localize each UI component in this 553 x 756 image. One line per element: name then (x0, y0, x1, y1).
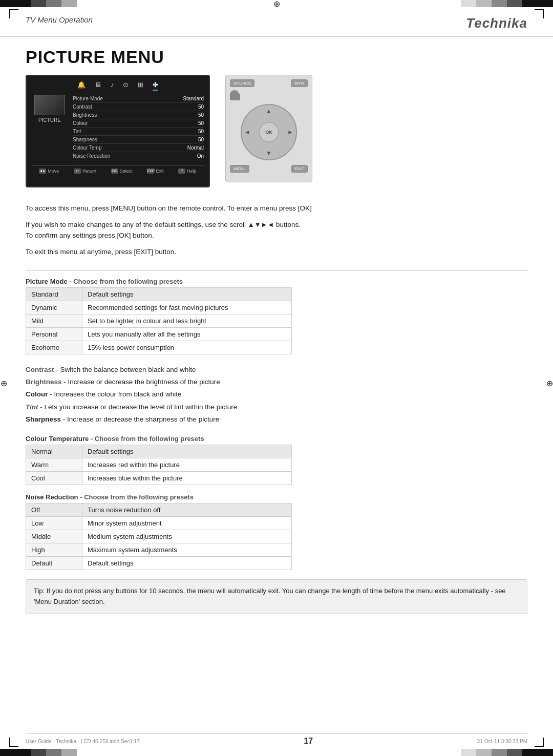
nav-right-arrow: ► (287, 129, 293, 136)
instruction-line4: To exit this menu at anytime, press [EXI… (26, 246, 527, 258)
move-icon: ◄► (39, 169, 46, 174)
nav-down-arrow: ▼ (266, 150, 272, 157)
nav-up-arrow: ▲ (266, 108, 272, 115)
corner-mark-bl (9, 738, 18, 747)
table-row: Off Turns noise reduction off (26, 503, 292, 517)
menu-bottom-bar: ◄► Move ↩ Return OK Select EXIT Exit ? H… (32, 165, 204, 174)
noise-reduction-section: Noise Reduction - Choose from the follow… (0, 489, 553, 574)
menu-icons-row: 🔔 🖥 ♪ ⊙ ⊞ ✤ (32, 81, 204, 91)
tip-box: Tip: If you do not press any buttons for… (26, 579, 527, 614)
desc-brightness: Brightness - Increase or decrease the br… (26, 376, 527, 388)
table-row: Middle Medium system adjustments (26, 530, 292, 543)
colour-temp-header: Colour Temperature - Choose from the fol… (26, 435, 527, 443)
top-registration-mark: ⊕ (271, 0, 282, 7)
menu-icon-music: ♪ (111, 81, 114, 91)
instruction-line1: To access this menu, press [MENU] button… (26, 203, 527, 214)
left-registration-mark: ⊕ (0, 378, 7, 388)
ok-button: OK (259, 122, 279, 142)
descriptions-section: Contrast - Switch the balance between bl… (0, 359, 553, 431)
menu-btn-select: OK Select (111, 169, 133, 174)
right-registration-mark: ⊕ (546, 378, 553, 388)
table-row: Ecohome 15% less power consumption (26, 341, 292, 354)
table-row: Mild Set to be lighter in colour and les… (26, 314, 292, 327)
colour-temp-section: Colour Temperature - Choose from the fol… (0, 431, 553, 489)
table-cell-key: Ecohome (26, 341, 82, 354)
table-row: Standard Default settings (26, 287, 292, 301)
table-cell-key: Warm (26, 458, 82, 472)
table-cell-value: Recommended settings for fast moving pic… (82, 301, 292, 314)
menu-thumbnail (34, 95, 65, 115)
table-cell-key: Middle (26, 530, 82, 543)
info-button: INFO (291, 79, 308, 87)
noise-reduction-table: Off Turns noise reduction off Low Minor … (26, 503, 292, 570)
table-cell-value: 15% less power consumption (82, 341, 292, 354)
table-row: Low Minor system adjustment (26, 517, 292, 530)
table-row: Default Default settings (26, 557, 292, 570)
noise-reduction-header: Noise Reduction - Choose from the follow… (26, 493, 527, 501)
remote-panel: SOURCE INFO AV i ▲ ▼ ◄ ► OK MENU EXIT (225, 75, 312, 182)
table-cell-key: Normal (26, 445, 82, 458)
table-row: Dynamic Recommended settings for fast mo… (26, 301, 292, 314)
table-cell-value: Default settings (82, 557, 292, 570)
table-cell-value: Set to be lighter in colour and less bri… (82, 314, 292, 327)
remote-bottom-buttons: MENU EXIT (230, 165, 308, 173)
nav-left-arrow: ◄ (244, 129, 250, 136)
table-cell-key: Low (26, 517, 82, 530)
menu-icon-picture: 🔔 (77, 81, 86, 91)
picture-mode-section: Picture Mode - Choose from the following… (0, 274, 553, 359)
page-title: PICTURE MENU (26, 47, 527, 67)
table-cell-key: Cool (26, 472, 82, 485)
table-cell-key: High (26, 543, 82, 557)
menu-content: PICTURE Picture Mode Standard Contrast 5… (32, 95, 204, 160)
scroll-arrows: ▲▼►◄ (248, 220, 274, 230)
desc-colour: Colour - Increases the colour from black… (26, 388, 527, 401)
table-cell-value: Turns noise reduction off (82, 503, 292, 517)
table-cell-value: Minor system adjustment (82, 517, 292, 530)
i-button: i (230, 90, 239, 99)
table-cell-key: Dynamic (26, 301, 82, 314)
menu-row-picture-mode: Picture Mode Standard (73, 95, 204, 103)
table-cell-value: Lets you manually alter all the settings (82, 327, 292, 341)
table-cell-key: Standard (26, 287, 82, 301)
colour-temp-table: Normal Default settings Warm Increases r… (26, 445, 292, 485)
page-footer: User Guide - Technika - LCD 46-259.indd … (26, 733, 527, 746)
table-row: Cool Increases blue within the picture (26, 472, 292, 485)
table-row: Warm Increases red within the picture (26, 458, 292, 472)
table-cell-key: Personal (26, 327, 82, 341)
menu-btn-exit: EXIT Exit (147, 169, 163, 174)
menu-row-colour: Colour 50 (73, 119, 204, 128)
menu-row-sharpness: Sharpness 50 (73, 136, 204, 144)
page-title-section: PICTURE MENU (0, 37, 553, 75)
section-divider-1 (26, 270, 527, 271)
corner-mark-br (535, 738, 544, 747)
remote-navigation: ▲ ▼ ◄ ► OK (241, 104, 297, 160)
page-number: 17 (304, 737, 313, 746)
desc-tint: Tint - Lets you increase or decrease the… (26, 401, 527, 413)
tip-text: Tip: If you do not press any buttons for… (34, 587, 506, 605)
footer-right: 31-Oct-11 3:36:33 PM (477, 739, 527, 744)
remote-top-buttons: SOURCE INFO (230, 79, 308, 87)
desc-contrast: Contrast - Switch the balance between bl… (26, 364, 527, 376)
menu-icon-circle: ⊙ (123, 81, 129, 91)
desc-sharpness: Sharpness - Increase or decrease the sha… (26, 413, 527, 426)
corner-mark-tr (535, 9, 544, 18)
corner-mark-tl (9, 9, 18, 18)
menu-row-brightness: Brightness 50 (73, 111, 204, 119)
brand-logo: Technika (466, 15, 527, 31)
table-cell-key: Mild (26, 314, 82, 327)
picture-mode-header: Picture Mode - Choose from the following… (26, 278, 527, 285)
menu-icon-tv: 🖥 (95, 81, 101, 91)
footer-left: User Guide - Technika - LCD 46-259.indd … (26, 739, 140, 744)
table-cell-key: Default (26, 557, 82, 570)
menu-right-panel: Picture Mode Standard Contrast 50 Bright… (73, 95, 204, 160)
table-cell-value: Default settings (82, 287, 292, 301)
table-row: Normal Default settings (26, 445, 292, 458)
source-button: SOURCE (230, 79, 254, 87)
header-subtitle: TV Menu Operation (26, 15, 93, 24)
exit-icon: EXIT (147, 169, 154, 174)
remote-control-mockup: SOURCE INFO AV i ▲ ▼ ◄ ► OK MENU EXIT (225, 75, 312, 182)
table-cell-value: Maximum system adjustments (82, 543, 292, 557)
table-cell-key: Off (26, 503, 82, 517)
menu-left-panel: PICTURE (32, 95, 68, 160)
screenshots-area: 🔔 🖥 ♪ ⊙ ⊞ ✤ PICTURE Picture Mode Standar… (0, 75, 553, 187)
